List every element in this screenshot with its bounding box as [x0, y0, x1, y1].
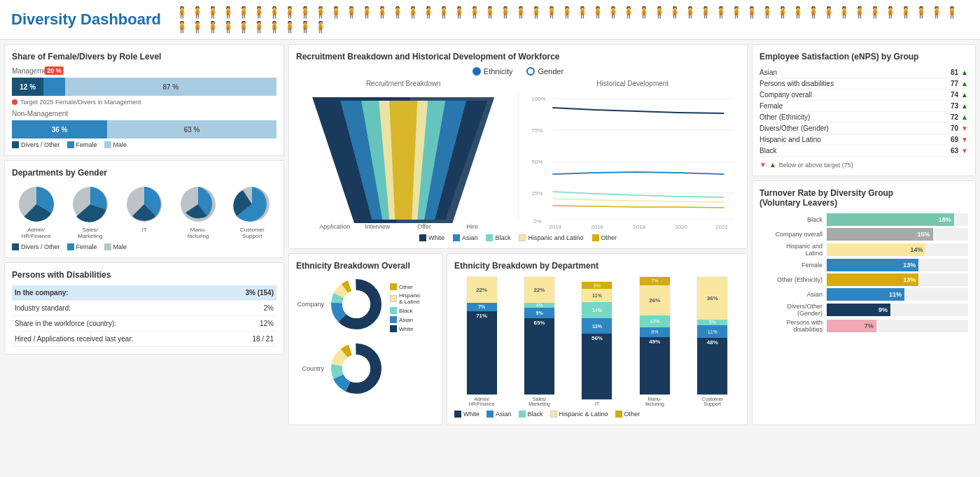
radio-group: Ethnicity Gender [296, 67, 740, 76]
person-icon: 🧍 [375, 6, 389, 19]
legend-divers-box [12, 141, 19, 148]
turnover-label-hispanic: Hispanic andLatino [760, 243, 822, 257]
ethnicity-overall-content: Company [296, 276, 435, 397]
radio-gender-label: Gender [538, 67, 564, 76]
turnover-bar-wrap-other-eth: 13% [827, 273, 968, 286]
person-icon: 🧍 [314, 6, 328, 19]
ethnicity-dept-legend: White Asian Black Hispanic & Latino [454, 411, 740, 418]
legend-ed-hispanic: Hispanic & Latino [550, 411, 608, 418]
legend-black: Black [486, 234, 510, 241]
country-label: Country [296, 365, 324, 372]
svg-text:75%: 75% [531, 127, 542, 134]
share-female-legend: Divers / Other Female Male [12, 141, 276, 148]
enps-row-pwd: Persons with disabilities 77 ▲ [760, 78, 968, 90]
main-grid: Share of Female/Divers by Role Level Man… [0, 40, 980, 434]
ed-col-it: 56% 13% 14% 11% 6% IT [581, 281, 612, 406]
legend-eo-hispanic-box [390, 295, 397, 302]
legend-eo-hispanic-label: Hispanic& Latino [399, 292, 421, 305]
legend-male-box [104, 141, 111, 148]
disability-row-3: Hired / Applications received last year:… [12, 332, 276, 347]
enps-arrow-asian: ▲ [961, 69, 968, 76]
turnover-bar-wrap-divers: 9% [827, 304, 968, 316]
ed-admin-white: 71% [467, 311, 497, 394]
dept-label-admin: Admin/HR/Finance [21, 227, 50, 239]
ed-admin-asian: 7% [467, 303, 497, 311]
ed-cs-hispanic: 36% [697, 277, 727, 319]
enps-card: Employee Satisfaction (eNPS) by Group As… [752, 44, 976, 176]
turnover-bar-divers: 9% [827, 304, 890, 316]
enps-arrow-other-eth: ▲ [961, 113, 968, 121]
disabilities-title: Persons with Disabilities [12, 270, 276, 280]
line-section: Historical Development 100% 75% 50% 25% … [526, 80, 741, 232]
turnover-row-company: Company overall 15% [760, 228, 968, 241]
svg-text:2018: 2018 [633, 224, 645, 230]
turnover-bar-wrap-female: 13% [827, 259, 968, 271]
legend-eo-black-box [390, 307, 397, 314]
mgmt-male-segment: 87 % [65, 78, 276, 96]
person-icon: 🧍 [391, 6, 405, 19]
legend-white: White [419, 234, 444, 241]
person-icon: 🧍 [283, 20, 297, 34]
turnover-rows: Black 18% Company overall 15% Hispanic a… [760, 213, 968, 333]
company-donut-row: Company [296, 276, 384, 332]
legend-ed-black: Black [519, 411, 543, 418]
legend-white-box [419, 234, 426, 241]
person-icon: 🧍 [606, 6, 620, 19]
legend-asian: Asian [453, 234, 478, 241]
enps-value-pwd: 77 [937, 80, 958, 87]
radio-ethnicity[interactable]: Ethnicity [472, 67, 513, 76]
svg-text:100%: 100% [531, 96, 545, 102]
legend-ed-asian: Asian [486, 411, 512, 418]
disability-label-1: Industry standard: [12, 301, 220, 316]
legend-ed-black-box [519, 411, 526, 418]
ed-label-it: IT [595, 401, 599, 406]
ed-it-white: 56% [582, 334, 612, 399]
legend-eo-asian: Asian [390, 316, 421, 323]
disability-value-3: 18 / 21 [220, 332, 276, 347]
disability-value-0: 3% (154) [220, 285, 276, 301]
disability-row-0: In the company: 3% (154) [12, 285, 276, 301]
radio-gender-circle [526, 67, 535, 76]
person-icon: 🧍 [498, 6, 512, 19]
person-icon: 🧍 [190, 20, 204, 34]
dept-item-mfg: Manu-facturing [177, 183, 219, 239]
person-icon: 🧍 [622, 6, 636, 19]
person-icon: 🧍 [298, 20, 312, 34]
header: Diversity Dashboard 🧍 🧍 🧍 🧍 🧍 🧍 🧍 🧍 🧍 🧍 … [0, 0, 980, 40]
person-icon: 🧍 [637, 6, 651, 19]
ed-bar-mfg: 49% 8% 10% 26% 7% [639, 276, 671, 395]
ed-mfg-black: 10% [640, 315, 670, 327]
dept-pie-sales [69, 183, 111, 225]
recruitment-card: Recruitment Breakdown and Historical Dev… [288, 44, 748, 249]
turnover-label-black: Black [760, 216, 822, 223]
radio-gender[interactable]: Gender [526, 67, 564, 76]
bottom-mid-row: Ethnicity Breakdown Overall Company [288, 253, 748, 425]
dept-pie-it [123, 183, 165, 225]
enps-title: Employee Satisfaction (eNPS) by Group [760, 52, 968, 62]
legend-ed-white-box [454, 411, 461, 418]
person-icon: 🧍 [221, 6, 235, 19]
person-icon: 🧍 [899, 6, 913, 19]
target-down-arrow: ▼ [760, 161, 766, 169]
person-icon: 🧍 [945, 6, 959, 19]
turnover-bar-wrap-hispanic: 14% [827, 243, 968, 256]
ed-sales-hispanic: 22% [524, 277, 554, 303]
turnover-label-pwd: Persons withdisabilities [760, 319, 822, 333]
legend-eo-other-label: Other [399, 284, 413, 290]
country-donut-row: Country [296, 341, 384, 397]
legend-eo-asian-label: Asian [399, 317, 413, 323]
disability-label-0: In the company: [12, 285, 220, 301]
funnel-section: Recruitment Breakdown [296, 80, 511, 232]
enps-arrow-black: ▼ [961, 147, 968, 155]
legend-eo-hispanic: Hispanic& Latino [390, 292, 421, 305]
turnover-bar-wrap-black: 18% [827, 213, 968, 226]
radio-ethnicity-circle [472, 67, 481, 76]
person-icon: 🧍 [760, 6, 774, 19]
legend-hispanic-label: Hispanic and Latino [528, 234, 583, 241]
svg-text:Hire: Hire [466, 223, 478, 230]
mgmt-divers-segment: 12 % [12, 78, 43, 96]
enps-value-asian: 81 [937, 69, 958, 76]
ed-sales-white: 65% [524, 318, 554, 394]
legend-divers: Divers / Other [12, 141, 60, 148]
legend-ed-black-label: Black [528, 411, 543, 418]
